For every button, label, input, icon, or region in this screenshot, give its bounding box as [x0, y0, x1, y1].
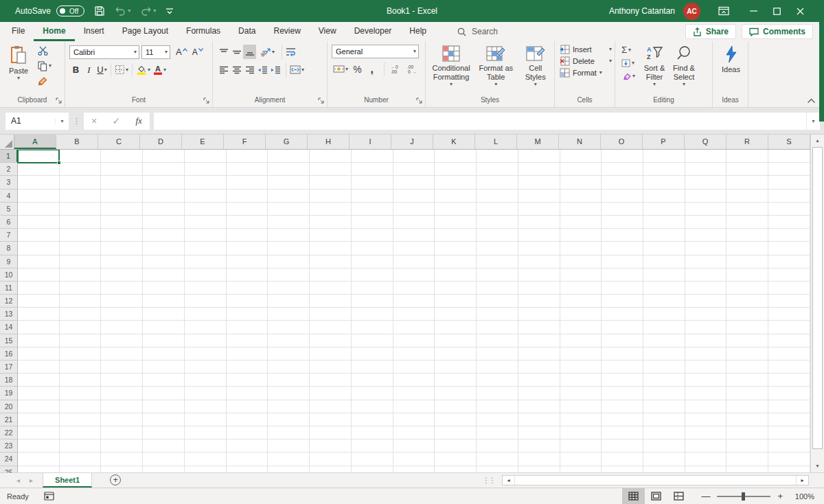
cell-D14[interactable] — [143, 321, 185, 334]
row-header-14[interactable]: 14 — [0, 321, 18, 334]
cell-B21[interactable] — [60, 413, 102, 426]
cell-S5[interactable] — [768, 203, 810, 216]
cell-F24[interactable] — [227, 453, 268, 466]
sheet-scrollbar-resize-handle[interactable]: ⋮⋮ — [483, 477, 495, 484]
cell-O20[interactable] — [602, 400, 643, 413]
cell-M6[interactable] — [518, 216, 560, 229]
cell-A17[interactable] — [18, 360, 60, 374]
cell-O3[interactable] — [602, 176, 643, 189]
cell-E22[interactable] — [185, 426, 227, 439]
avatar[interactable]: AC — [683, 3, 700, 20]
cell-F17[interactable] — [227, 360, 268, 374]
cell-A9[interactable] — [18, 255, 60, 268]
cell-C11[interactable] — [101, 282, 143, 295]
cell-H11[interactable] — [310, 282, 352, 295]
cell-J13[interactable] — [393, 308, 435, 321]
shrink-font-button[interactable]: A — [191, 45, 205, 59]
cell-N23[interactable] — [560, 439, 602, 453]
cell-P9[interactable] — [643, 255, 685, 268]
column-header-E[interactable]: E — [182, 135, 224, 149]
cell-S10[interactable] — [768, 268, 810, 282]
column-header-J[interactable]: J — [391, 135, 433, 149]
row-header-23[interactable]: 23 — [0, 439, 18, 453]
cell-C10[interactable] — [101, 268, 143, 282]
row-header-18[interactable]: 18 — [0, 374, 18, 387]
tab-home[interactable]: Home — [34, 22, 74, 41]
cell-D3[interactable] — [143, 176, 185, 189]
cell-K20[interactable] — [435, 400, 477, 413]
cell-S17[interactable] — [768, 360, 810, 374]
column-header-L[interactable]: L — [475, 135, 517, 149]
cell-O11[interactable] — [602, 282, 643, 295]
cell-Q8[interactable] — [685, 242, 727, 255]
cell-C3[interactable] — [101, 176, 143, 189]
cell-M4[interactable] — [518, 190, 560, 203]
cell-J18[interactable] — [393, 374, 435, 387]
cell-E16[interactable] — [185, 347, 227, 360]
cell-L8[interactable] — [477, 242, 518, 255]
cell-K25[interactable] — [435, 466, 477, 473]
cell-A10[interactable] — [18, 268, 60, 282]
next-sheet-icon[interactable]: ▸ — [30, 477, 33, 484]
cell-J5[interactable] — [393, 203, 435, 216]
cell-N2[interactable] — [560, 163, 602, 176]
cell-D13[interactable] — [143, 308, 185, 321]
cell-A7[interactable] — [18, 229, 60, 242]
cell-H5[interactable] — [310, 203, 352, 216]
cell-G19[interactable] — [268, 387, 310, 400]
cell-Q13[interactable] — [685, 308, 727, 321]
cell-G24[interactable] — [268, 453, 310, 466]
cell-D10[interactable] — [143, 268, 185, 282]
cell-K13[interactable] — [435, 308, 477, 321]
cell-S1[interactable] — [768, 150, 810, 163]
increase-indent-button[interactable] — [269, 62, 282, 77]
cell-I3[interactable] — [352, 176, 393, 189]
row-header-20[interactable]: 20 — [0, 400, 18, 413]
row-header-3[interactable]: 3 — [0, 176, 18, 189]
cell-R10[interactable] — [726, 268, 768, 282]
cell-R3[interactable] — [726, 176, 768, 189]
cell-H25[interactable] — [310, 466, 352, 473]
cell-C22[interactable] — [101, 426, 143, 439]
select-all-button[interactable] — [0, 135, 14, 149]
cell-N24[interactable] — [560, 453, 602, 466]
cell-O16[interactable] — [602, 347, 643, 360]
close-button[interactable] — [788, 2, 812, 20]
ribbon-display-options-button[interactable] — [718, 6, 729, 16]
cell-styles-button[interactable]: Cell Styles▾ — [519, 43, 551, 95]
cell-L2[interactable] — [477, 163, 518, 176]
cell-P23[interactable] — [643, 439, 685, 453]
row-header-10[interactable]: 10 — [0, 268, 18, 282]
cell-J1[interactable] — [393, 150, 435, 163]
cell-Q22[interactable] — [685, 426, 727, 439]
cell-K7[interactable] — [435, 229, 477, 242]
cell-H8[interactable] — [310, 242, 352, 255]
cell-B25[interactable] — [60, 466, 102, 473]
cell-N15[interactable] — [560, 334, 602, 347]
cell-F12[interactable] — [227, 295, 268, 308]
cell-L9[interactable] — [477, 255, 518, 268]
autosave-pill[interactable]: Off — [56, 5, 84, 16]
row-header-25[interactable]: 25 — [0, 466, 18, 473]
cell-R19[interactable] — [726, 387, 768, 400]
cell-P11[interactable] — [643, 282, 685, 295]
cell-I10[interactable] — [352, 268, 393, 282]
scroll-up-icon[interactable]: ▴ — [811, 135, 824, 146]
format-cells-button[interactable]: Format ▾ — [559, 68, 612, 78]
cell-I24[interactable] — [352, 453, 393, 466]
autosave-toggle[interactable]: AutoSave Off — [15, 5, 84, 16]
cell-M23[interactable] — [518, 439, 560, 453]
row-header-24[interactable]: 24 — [0, 453, 18, 466]
cell-F2[interactable] — [227, 163, 268, 176]
cell-I16[interactable] — [352, 347, 393, 360]
orientation-button[interactable]: ab ▾ — [259, 45, 276, 59]
cell-I5[interactable] — [352, 203, 393, 216]
font-color-button[interactable]: A ▾ — [152, 62, 168, 77]
cell-M13[interactable] — [518, 308, 560, 321]
cell-A21[interactable] — [18, 413, 60, 426]
cell-R7[interactable] — [726, 229, 768, 242]
cell-M7[interactable] — [518, 229, 560, 242]
column-header-B[interactable]: B — [56, 135, 98, 149]
cell-R24[interactable] — [726, 453, 768, 466]
cell-R4[interactable] — [726, 190, 768, 203]
